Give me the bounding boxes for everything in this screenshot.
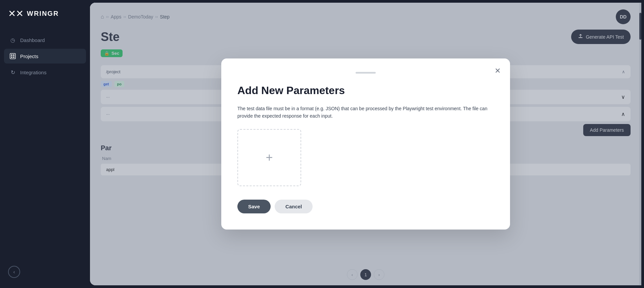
- logo-icon: ✕✕: [8, 8, 24, 19]
- close-icon: ✕: [495, 67, 501, 75]
- modal-save-button[interactable]: Save: [237, 200, 271, 213]
- collapse-icon: ‹: [13, 269, 15, 275]
- sidebar-item-label-projects: Projects: [20, 53, 38, 59]
- sidebar: ✕✕ WRINGR ◷ Dashboard Projects ↻ Integra…: [0, 0, 90, 288]
- modal-actions: Save Cancel: [237, 200, 494, 213]
- logo-area: ✕✕ WRINGR: [0, 0, 90, 33]
- logo-text: WRINGR: [27, 10, 59, 17]
- svg-rect-1: [11, 54, 12, 56]
- svg-rect-4: [13, 56, 14, 58]
- projects-icon: [9, 53, 16, 59]
- svg-rect-2: [13, 54, 14, 56]
- sidebar-nav: ◷ Dashboard Projects ↻ Integrations: [0, 33, 90, 80]
- sidebar-item-label-integrations: Integrations: [20, 70, 46, 75]
- sidebar-item-projects[interactable]: Projects: [4, 49, 86, 64]
- modal-cancel-button[interactable]: Cancel: [275, 200, 313, 213]
- upload-area[interactable]: +: [237, 129, 301, 186]
- sidebar-item-integrations[interactable]: ↻ Integrations: [4, 65, 86, 80]
- modal-close-button[interactable]: ✕: [495, 67, 501, 75]
- svg-rect-0: [10, 53, 15, 59]
- modal-dialog: ✕ Add New Parameters The test data file …: [221, 58, 510, 230]
- modal-title: Add New Parameters: [237, 84, 494, 97]
- svg-rect-3: [11, 56, 12, 58]
- main-content: ⌂ ›› Apps ›› DemoToday ›› Step DD Ste Ge…: [90, 3, 641, 285]
- sidebar-collapse-button[interactable]: ‹: [8, 266, 20, 278]
- modal-overlay: ✕ Add New Parameters The test data file …: [90, 3, 641, 285]
- modal-drag-handle: [356, 72, 376, 74]
- upload-plus-icon: +: [266, 151, 273, 165]
- modal-description: The test data file must be in a format (…: [237, 105, 494, 120]
- sidebar-item-dashboard[interactable]: ◷ Dashboard: [4, 33, 86, 47]
- sidebar-item-label-dashboard: Dashboard: [20, 37, 45, 43]
- dashboard-icon: ◷: [9, 37, 16, 43]
- integrations-icon: ↻: [9, 69, 16, 76]
